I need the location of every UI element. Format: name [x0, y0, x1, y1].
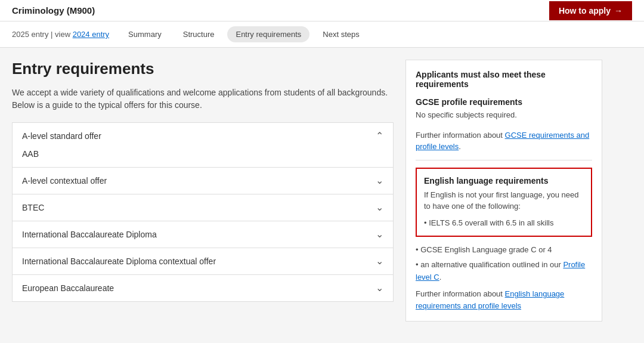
- main-content: Entry requirements We accept a wide vari…: [0, 48, 644, 343]
- gcse-section: GCSE profile requirements No specific su…: [416, 97, 592, 121]
- english-lang-box: English language requirements If English…: [416, 168, 592, 237]
- chevron-up-icon: ⌃: [376, 131, 383, 141]
- accordion-header-alevel-standard[interactable]: A-level standard offer ⌃: [13, 123, 393, 149]
- chevron-down-icon-btec: ⌄: [376, 203, 383, 212]
- chevron-down-icon-ib: ⌄: [376, 230, 383, 239]
- accordion-alevel-standard: A-level standard offer ⌃ AAB: [13, 123, 393, 168]
- intro-text: We accept a wide variety of qualificatio…: [12, 86, 394, 112]
- accordion-body-alevel-standard: AAB: [13, 149, 393, 167]
- entry-requirements-heading: Entry requirements: [12, 60, 394, 78]
- accordion-label-alevel-standard: A-level standard offer: [22, 131, 101, 141]
- chevron-down-icon-contextual: ⌄: [376, 176, 383, 186]
- divider: [416, 160, 592, 160]
- nav-tabs: 2025 entry | view 2024 entry Summary Str…: [0, 21, 644, 48]
- profile-level-bullet: • an alternative qualification outlined …: [416, 259, 592, 284]
- requirements-box-title: Applicants must also meet these requirem…: [416, 70, 592, 89]
- page-title: Criminology (M900): [12, 5, 95, 16]
- tab-entry-requirements[interactable]: Entry requirements: [227, 26, 309, 42]
- english-lang-title: English language requirements: [424, 176, 584, 186]
- how-to-apply-label: How to apply: [559, 6, 611, 16]
- accordion-alevel-contextual: A-level contextual offer ⌄: [13, 168, 393, 194]
- accordion-btec: BTEC ⌄: [13, 194, 393, 221]
- tab-structure[interactable]: Structure: [175, 26, 223, 42]
- accordion-header-alevel-contextual[interactable]: A-level contextual offer ⌄: [13, 168, 393, 194]
- accordion-label-ib-diploma: International Baccalaureate Diploma: [22, 230, 157, 239]
- chevron-down-icon-ib-contextual: ⌄: [376, 257, 383, 266]
- gcse-further-info: Further information about GCSE requireme…: [416, 129, 592, 153]
- accordion-container: A-level standard offer ⌃ AAB A-level con…: [12, 122, 394, 302]
- accordion-header-ib-contextual[interactable]: International Baccalaureate Diploma cont…: [13, 248, 393, 274]
- english-further-info: Further information about English langua…: [416, 288, 592, 311]
- header-bar: Criminology (M900) How to apply →: [0, 0, 644, 21]
- entry-year-link[interactable]: 2024 entry: [73, 30, 109, 39]
- requirements-box: Applicants must also meet these requirem…: [405, 60, 602, 322]
- accordion-label-ib-contextual: International Baccalaureate Diploma cont…: [22, 257, 216, 266]
- accordion-ib-contextual: International Baccalaureate Diploma cont…: [13, 248, 393, 275]
- accordion-ib-diploma: International Baccalaureate Diploma ⌄: [13, 221, 393, 248]
- entry-year-info: 2025 entry | view 2024 entry: [12, 30, 109, 39]
- chevron-down-icon-european: ⌄: [376, 283, 383, 293]
- how-to-apply-button[interactable]: How to apply →: [549, 1, 632, 20]
- accordion-european-bac: European Baccalaureate ⌄: [13, 275, 393, 301]
- accordion-header-european-bac[interactable]: European Baccalaureate ⌄: [13, 275, 393, 301]
- accordion-header-ib-diploma[interactable]: International Baccalaureate Diploma ⌄: [13, 221, 393, 248]
- tab-summary[interactable]: Summary: [120, 26, 170, 42]
- right-column: Applicants must also meet these requirem…: [405, 60, 602, 334]
- gcse-no-subjects: No specific subjects required.: [416, 109, 592, 121]
- accordion-label-european-bac: European Baccalaureate: [22, 283, 114, 293]
- english-lang-intro: If English is not your first language, y…: [424, 189, 584, 212]
- gcse-english-bullet: • GCSE English Language grade C or 4: [416, 244, 592, 257]
- accordion-header-btec[interactable]: BTEC ⌄: [13, 194, 393, 221]
- gcse-section-title: GCSE profile requirements: [416, 97, 592, 107]
- accordion-label-alevel-contextual: A-level contextual offer: [22, 176, 107, 186]
- accordion-label-btec: BTEC: [22, 203, 44, 212]
- left-column: Entry requirements We accept a wide vari…: [12, 60, 394, 334]
- tab-next-steps[interactable]: Next steps: [314, 26, 367, 42]
- arrow-icon: →: [614, 6, 623, 16]
- ielts-requirement: • IELTS 6.5 overall with 6.5 in all skil…: [424, 217, 584, 229]
